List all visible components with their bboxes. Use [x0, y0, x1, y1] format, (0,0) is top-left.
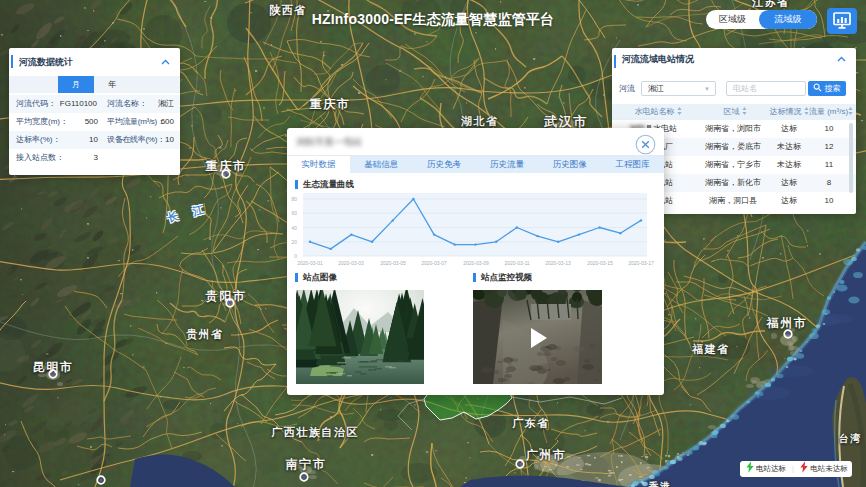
svg-text:2020-03-03: 2020-03-03: [338, 260, 364, 266]
svg-text:2020-03-11: 2020-03-11: [504, 260, 529, 266]
svg-text:80: 80: [291, 196, 297, 202]
svg-text:2020-03-09: 2020-03-09: [463, 260, 489, 266]
svg-text:2020-03-15: 2020-03-15: [587, 260, 613, 266]
svg-text:40: 40: [291, 225, 297, 231]
svg-text:60: 60: [291, 210, 297, 216]
svg-text:2020-03-05: 2020-03-05: [380, 260, 406, 266]
svg-text:2020-03-07: 2020-03-07: [421, 260, 447, 266]
svg-text:20: 20: [291, 239, 297, 245]
svg-text:2020-03-13: 2020-03-13: [545, 260, 571, 266]
svg-text:0: 0: [294, 253, 297, 259]
svg-text:2020-03-17: 2020-03-17: [628, 260, 654, 266]
svg-text:2020-03-01: 2020-03-01: [297, 260, 323, 266]
